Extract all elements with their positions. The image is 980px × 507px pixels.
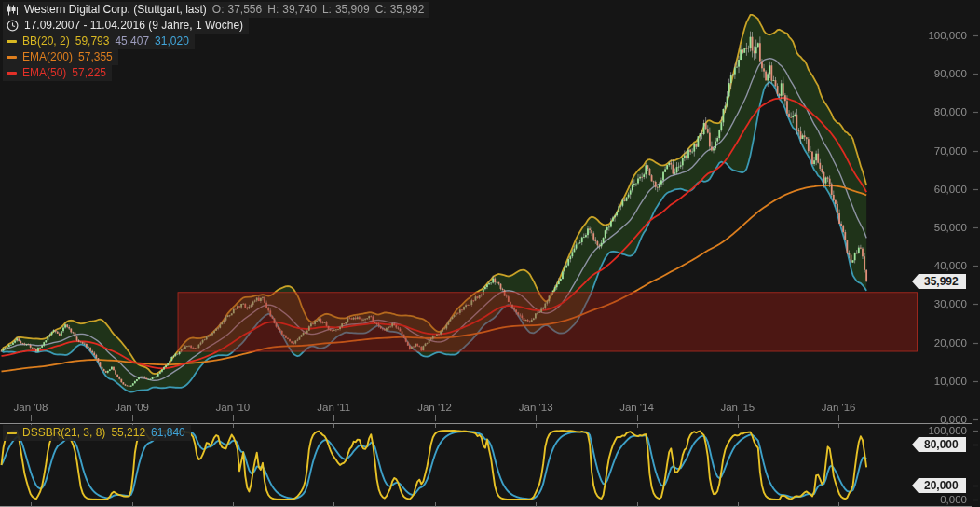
price-tick-label: 0,000 [940,414,967,425]
time-tick-label: Jan '08 [14,402,48,413]
ema200-value: 57,355 [78,50,113,63]
oscillator-tick-label: 0,000 [940,494,967,505]
clock-icon [7,20,19,32]
dssbr-fast-value: 55,212 [111,426,145,439]
price-tick-label: 50,000 [934,222,967,233]
price-tick-label: 60,000 [934,184,967,195]
dssbr-label: DSSBR(21, 3, 8) [22,426,105,439]
bb-middle-value: 45,407 [115,34,149,48]
bb-label: BB(20, 2) [22,34,70,48]
ema200-line-swatch [7,56,17,59]
price-tick-label: 70,000 [934,145,967,157]
time-tick-label: Jan '13 [519,402,553,413]
price-tick-label: 100,000 [928,30,967,41]
bb-lower-value: 31,020 [155,34,189,48]
chart-window: Western Digital Corp. (Stuttgart, last) … [0,0,980,507]
ema200-label: EMA(200) [22,50,73,63]
ohlc-high: H:39,740 [267,3,317,16]
ohlc-low: L:35,909 [322,3,370,16]
ohlc-open: O:37,556 [212,3,262,16]
candlestick-chart-icon [7,4,19,16]
price-tick-label: 90,000 [934,68,967,79]
legend-bb[interactable]: BB(20, 2) 59,793 45,407 31,020 [3,34,195,49]
oscillator-tick-label: 100,000 [928,425,967,436]
oscillator-upper-threshold-tag: 80,000 [919,437,966,452]
price-tick-label: 40,000 [934,260,967,271]
dssbr-line-swatch [7,432,17,434]
instrument-title: Western Digital Corp. (Stuttgart, last) [24,3,207,16]
time-tick-label: Jan '09 [115,402,149,413]
legend-ema200[interactable]: EMA(200) 57,355 [3,49,118,65]
bb-line-swatch [7,40,17,43]
instrument-header: Western Digital Corp. (Stuttgart, last) … [3,2,429,18]
price-tick-label: 30,000 [934,298,967,309]
ema50-line-swatch [7,72,17,75]
legend-dssbr[interactable]: DSSBR(21, 3, 8) 55,212 61,840 [3,425,191,441]
ohlc-close: C:35,992 [375,3,425,16]
time-tick-label: Jan '15 [720,402,755,413]
time-tick-label: Jan '11 [317,402,350,413]
ema50-label: EMA(50) [22,66,66,79]
time-tick-label: Jan '16 [822,402,856,413]
time-tick-label: Jan '14 [619,402,654,413]
price-tick-label: 10,000 [934,376,967,387]
date-range-row: 17.09.2007 - 11.04.2016 (9 Jahre, 1 Woch… [3,18,249,34]
bb-upper-value: 59,793 [75,34,110,48]
ema50-value: 57,225 [72,66,106,79]
price-tick-label: 20,000 [934,337,967,349]
date-range: 17.09.2007 - 11.04.2016 (9 Jahre, 1 Woch… [24,19,243,32]
time-tick-label: Jan '10 [216,402,251,413]
price-tick-label: 80,000 [934,106,967,117]
time-tick-label: Jan '12 [417,402,452,413]
legend-ema50[interactable]: EMA(50) 57,225 [3,65,112,81]
oscillator-lower-threshold-tag: 20,000 [919,478,966,493]
dssbr-slow-value: 61,840 [151,426,185,439]
last-price-tag: 35,992 [919,274,966,289]
